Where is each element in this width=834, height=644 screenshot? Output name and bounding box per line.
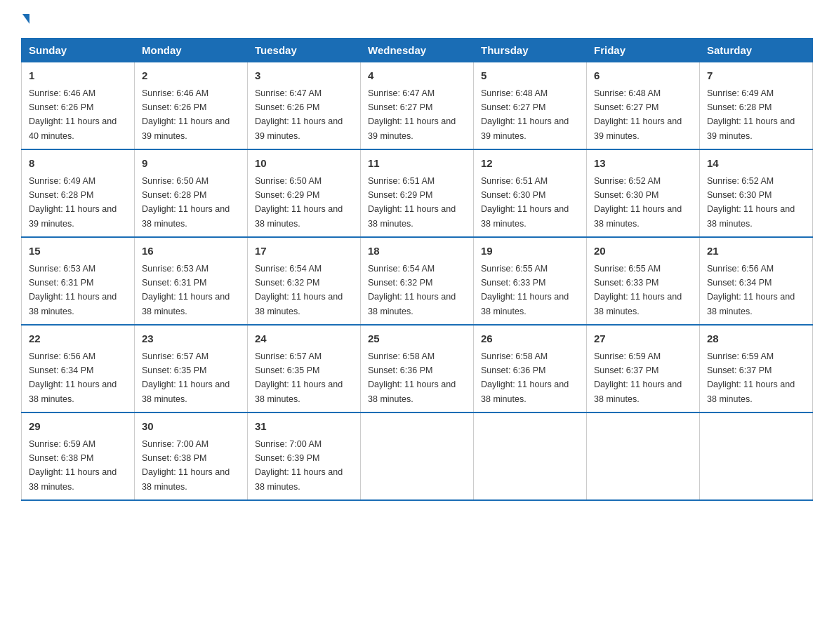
calendar-day-cell: 4 Sunrise: 6:47 AMSunset: 6:27 PMDayligh… [361,62,474,150]
logo [21,14,29,24]
calendar-day-cell: 12 Sunrise: 6:51 AMSunset: 6:30 PMDaylig… [474,149,587,237]
day-info: Sunrise: 6:52 AMSunset: 6:30 PMDaylight:… [707,176,795,229]
calendar-day-cell: 27 Sunrise: 6:59 AMSunset: 6:37 PMDaylig… [587,325,700,412]
day-number: 22 [29,331,127,347]
calendar-day-cell: 13 Sunrise: 6:52 AMSunset: 6:30 PMDaylig… [587,149,700,237]
day-number: 31 [255,419,353,435]
calendar-header-wednesday: Wednesday [361,39,474,62]
calendar-day-cell: 5 Sunrise: 6:48 AMSunset: 6:27 PMDayligh… [474,62,587,150]
day-number: 7 [707,68,805,84]
day-number: 12 [481,156,579,172]
calendar-header-saturday: Saturday [700,39,813,62]
day-number: 1 [29,68,127,84]
day-number: 18 [368,243,466,260]
calendar-day-cell: 7 Sunrise: 6:49 AMSunset: 6:28 PMDayligh… [700,62,813,150]
calendar-day-cell: 17 Sunrise: 6:54 AMSunset: 6:32 PMDaylig… [248,237,361,325]
day-info: Sunrise: 6:53 AMSunset: 6:31 PMDaylight:… [142,264,230,316]
day-info: Sunrise: 6:49 AMSunset: 6:28 PMDaylight:… [29,176,117,229]
day-info: Sunrise: 6:46 AMSunset: 6:26 PMDaylight:… [142,88,230,141]
day-info: Sunrise: 6:56 AMSunset: 6:34 PMDaylight:… [29,351,117,404]
day-info: Sunrise: 6:58 AMSunset: 6:36 PMDaylight:… [481,351,569,404]
logo-arrow-icon [22,14,29,24]
calendar-day-cell [361,412,474,500]
calendar-day-cell: 15 Sunrise: 6:53 AMSunset: 6:31 PMDaylig… [22,237,135,325]
calendar-day-cell: 1 Sunrise: 6:46 AMSunset: 6:26 PMDayligh… [22,62,135,150]
day-info: Sunrise: 6:58 AMSunset: 6:36 PMDaylight:… [368,351,456,404]
day-info: Sunrise: 6:52 AMSunset: 6:30 PMDaylight:… [594,176,682,229]
calendar-day-cell: 3 Sunrise: 6:47 AMSunset: 6:26 PMDayligh… [248,62,361,150]
day-number: 4 [368,68,466,84]
day-info: Sunrise: 6:51 AMSunset: 6:30 PMDaylight:… [481,176,569,229]
calendar-day-cell: 21 Sunrise: 6:56 AMSunset: 6:34 PMDaylig… [700,237,813,325]
day-number: 3 [255,68,353,84]
day-number: 9 [142,156,240,172]
day-info: Sunrise: 6:54 AMSunset: 6:32 PMDaylight:… [368,264,456,316]
calendar-header-row: SundayMondayTuesdayWednesdayThursdayFrid… [22,39,813,62]
day-info: Sunrise: 6:55 AMSunset: 6:33 PMDaylight:… [594,264,682,316]
day-number: 2 [142,68,240,84]
day-number: 5 [481,68,579,84]
calendar-day-cell: 19 Sunrise: 6:55 AMSunset: 6:33 PMDaylig… [474,237,587,325]
calendar-day-cell [700,412,813,500]
calendar-day-cell: 16 Sunrise: 6:53 AMSunset: 6:31 PMDaylig… [135,237,248,325]
day-info: Sunrise: 6:57 AMSunset: 6:35 PMDaylight:… [142,351,230,404]
calendar-day-cell [587,412,700,500]
day-number: 30 [142,419,240,435]
day-info: Sunrise: 6:46 AMSunset: 6:26 PMDaylight:… [29,88,117,141]
day-info: Sunrise: 7:00 AMSunset: 6:38 PMDaylight:… [142,439,230,492]
calendar-day-cell: 14 Sunrise: 6:52 AMSunset: 6:30 PMDaylig… [700,149,813,237]
calendar-header-friday: Friday [587,39,700,62]
day-number: 27 [594,331,692,347]
calendar-day-cell: 9 Sunrise: 6:50 AMSunset: 6:28 PMDayligh… [135,149,248,237]
day-info: Sunrise: 6:57 AMSunset: 6:35 PMDaylight:… [255,351,343,404]
day-number: 23 [142,331,240,347]
day-number: 24 [255,331,353,347]
calendar-day-cell: 31 Sunrise: 7:00 AMSunset: 6:39 PMDaylig… [248,412,361,500]
calendar-day-cell: 29 Sunrise: 6:59 AMSunset: 6:38 PMDaylig… [22,412,135,500]
day-info: Sunrise: 6:48 AMSunset: 6:27 PMDaylight:… [481,88,569,141]
day-number: 17 [255,243,353,260]
calendar-table: SundayMondayTuesdayWednesdayThursdayFrid… [21,38,813,501]
calendar-header-monday: Monday [135,39,248,62]
calendar-day-cell: 24 Sunrise: 6:57 AMSunset: 6:35 PMDaylig… [248,325,361,412]
day-info: Sunrise: 6:54 AMSunset: 6:32 PMDaylight:… [255,264,343,316]
calendar-day-cell: 6 Sunrise: 6:48 AMSunset: 6:27 PMDayligh… [587,62,700,150]
day-info: Sunrise: 6:59 AMSunset: 6:37 PMDaylight:… [707,351,795,404]
calendar-day-cell: 10 Sunrise: 6:50 AMSunset: 6:29 PMDaylig… [248,149,361,237]
day-number: 29 [29,419,127,435]
day-info: Sunrise: 6:51 AMSunset: 6:29 PMDaylight:… [368,176,456,229]
calendar-day-cell [474,412,587,500]
day-number: 28 [707,331,805,347]
day-info: Sunrise: 6:49 AMSunset: 6:28 PMDaylight:… [707,88,795,141]
calendar-week-row: 15 Sunrise: 6:53 AMSunset: 6:31 PMDaylig… [22,237,813,325]
day-number: 20 [594,243,692,260]
calendar-header-thursday: Thursday [474,39,587,62]
day-number: 15 [29,243,127,260]
calendar-day-cell: 20 Sunrise: 6:55 AMSunset: 6:33 PMDaylig… [587,237,700,325]
day-info: Sunrise: 7:00 AMSunset: 6:39 PMDaylight:… [255,439,343,492]
day-number: 25 [368,331,466,347]
calendar-day-cell: 30 Sunrise: 7:00 AMSunset: 6:38 PMDaylig… [135,412,248,500]
day-number: 21 [707,243,805,260]
calendar-week-row: 1 Sunrise: 6:46 AMSunset: 6:26 PMDayligh… [22,62,813,150]
calendar-week-row: 8 Sunrise: 6:49 AMSunset: 6:28 PMDayligh… [22,149,813,237]
day-info: Sunrise: 6:56 AMSunset: 6:34 PMDaylight:… [707,264,795,316]
day-info: Sunrise: 6:59 AMSunset: 6:37 PMDaylight:… [594,351,682,404]
page-header [21,14,813,24]
day-number: 13 [594,156,692,172]
calendar-day-cell: 18 Sunrise: 6:54 AMSunset: 6:32 PMDaylig… [361,237,474,325]
calendar-header-sunday: Sunday [22,39,135,62]
calendar-day-cell: 23 Sunrise: 6:57 AMSunset: 6:35 PMDaylig… [135,325,248,412]
day-number: 10 [255,156,353,172]
day-number: 14 [707,156,805,172]
day-number: 8 [29,156,127,172]
day-info: Sunrise: 6:53 AMSunset: 6:31 PMDaylight:… [29,264,117,316]
calendar-header-tuesday: Tuesday [248,39,361,62]
day-info: Sunrise: 6:47 AMSunset: 6:26 PMDaylight:… [255,88,343,141]
calendar-day-cell: 2 Sunrise: 6:46 AMSunset: 6:26 PMDayligh… [135,62,248,150]
day-number: 19 [481,243,579,260]
day-number: 16 [142,243,240,260]
calendar-week-row: 22 Sunrise: 6:56 AMSunset: 6:34 PMDaylig… [22,325,813,412]
calendar-body: 1 Sunrise: 6:46 AMSunset: 6:26 PMDayligh… [22,62,813,501]
day-info: Sunrise: 6:55 AMSunset: 6:33 PMDaylight:… [481,264,569,316]
